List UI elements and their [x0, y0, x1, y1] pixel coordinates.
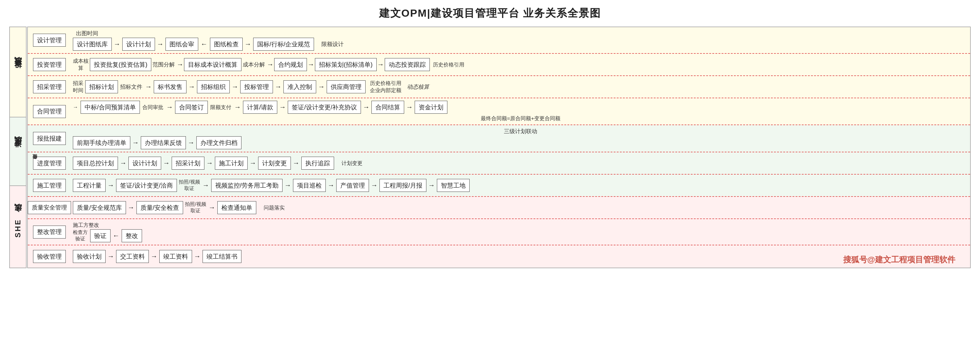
box-guobiao: 国标/行标/企业规范 — [253, 38, 314, 51]
arr-sg4: → — [328, 181, 334, 189]
arr-z2: → — [188, 83, 195, 91]
box-sheji: 设计管理 — [33, 34, 66, 47]
note-dongtaihesuan: 动态核算 — [407, 83, 429, 91]
box-jungongziliao: 竣工资料 — [159, 250, 192, 263]
box-zhilianggufanku: 质量/安全规范库 — [73, 201, 126, 214]
flow-zhaocai-items: 招采 时间 招标计划 招标文件 → 标书发售 → 招标组织 → 投标管理 → — [73, 80, 968, 94]
arr-ys3: → — [194, 252, 201, 260]
note-zhaobiaowenjian: 招标文件 — [120, 83, 142, 91]
box-jisuanqingkuan: 计算/请款 — [243, 101, 278, 114]
flow-zhengai: 施工方整改 检查方 验证 验证 ← 整改 — [71, 221, 970, 243]
arr-zl1: → — [128, 204, 135, 212]
note-jihuabiangeng2: 计划变更 — [342, 160, 363, 167]
note-hts1: 合同审批 — [142, 104, 163, 111]
page-title: 建文OPM|建设项目管理平台 业务关系全景图 — [9, 6, 971, 21]
row-shigong: 施工管理 工程计量 → 签证/设计变更/洽商 拍照/视频 取证 → — [28, 175, 970, 197]
box-shigong: 施工管理 — [33, 179, 66, 192]
arr2: → — [157, 40, 164, 48]
box-xiangmuxunjian: 项目巡检 — [293, 179, 326, 192]
row-jindo: 进度管理 任务检查 项目总控计划 → 设计计划 → 招采计划 → 施工计划 → … — [28, 152, 970, 175]
arr-sg5: → — [371, 181, 378, 189]
box-zhaobiaojihau: 招标计划 — [85, 80, 118, 93]
note-wentiloshi: 问题落实 — [264, 204, 285, 211]
note-lishi: 历史价格引用 — [433, 61, 465, 68]
col-sheji-label: 设计管理 — [28, 32, 71, 48]
note-zcs1: 招采 — [73, 80, 83, 87]
row-zhengai: 整改管理 施工方整改 检查方 验证 验证 ← 整改 — [28, 219, 970, 245]
arr-z3: → — [232, 83, 239, 91]
arr-t2: → — [267, 61, 274, 69]
flow-sheji: 出图时间 设计图纸库 → 设计计划 → 图纸会审 ← 图纸检查 → 国标/行标/… — [71, 29, 970, 51]
box-jihuabiange: 计划变更 — [258, 156, 291, 170]
box-shejijijhua: 设计计划 — [122, 38, 155, 51]
col-touzi-label: 投资管理 — [28, 57, 71, 72]
flow-zhengai-items: 检查方 验证 验证 ← 整改 — [73, 229, 968, 242]
flow-baopi-items: 前期手续办理清单 → 办理结果反馈 → 办理文件归档 — [73, 136, 968, 149]
arr-t4: → — [377, 61, 384, 69]
note-hetongshenpei: 合同审批 — [142, 104, 163, 111]
box-hetongresult: 合同结算 — [371, 101, 404, 114]
box-toubiaoglm: 投标管理 — [240, 80, 273, 93]
arr-t1: → — [177, 61, 183, 69]
flow-sheji-items: 设计图纸库 → 设计计划 → 图纸会审 ← 图纸检查 → 国标/行标/企业规范 … — [73, 38, 968, 51]
note-chengbenfenjie: 成本分解 — [243, 61, 265, 68]
arr-sg6: → — [428, 181, 435, 189]
label-jindo: 进度主线 — [10, 117, 26, 185]
box-zhaobiaocehuo: 招标策划(招标清单) — [315, 58, 376, 71]
sidebar-touzi: 投资主线 — [10, 27, 26, 117]
note-pz4: 取证 — [191, 208, 200, 214]
note-zcs2: 时间 — [73, 87, 83, 94]
arr-j1: → — [120, 159, 127, 167]
box-dongtai: 动态投资跟踪 — [385, 58, 430, 71]
arr3: ← — [201, 40, 207, 48]
arr-zg1: ← — [113, 232, 119, 240]
arr-ys1: → — [107, 252, 114, 260]
arr-sg3: → — [284, 181, 291, 189]
box-zhiliang: 质量安全管理 — [28, 201, 71, 214]
note-fenwenjie: 范围分解 — [153, 61, 175, 68]
flow-jindo: 项目总控计划 → 设计计划 → 招采计划 → 施工计划 → 计划变更 → 执行追… — [71, 156, 970, 170]
note-xianezhifu: 限额支付 — [210, 104, 231, 111]
page: 建文OPM|建设项目管理平台 业务关系全景图 投资主线 进度主线 SHE主线 — [0, 0, 980, 364]
note-chengben: 成本核 算 — [73, 57, 89, 72]
box-yanzheng: 验证 — [90, 229, 111, 242]
box-gongchengjiliang: 工程计量 — [73, 179, 106, 192]
row-zhaocai: 招采管理 招采 时间 招标计划 招标文件 → 标书发售 — [28, 76, 970, 98]
note-shigongfang: 施工方整改 — [73, 222, 968, 229]
box-yanshou: 验收管理 — [33, 250, 66, 263]
note-chengben-text2: 算 — [78, 65, 83, 72]
flow-shigong: 工程计量 → 签证/设计变更/洽商 拍照/视频 取证 → 视频监控/劳务用工考勤… — [71, 178, 970, 193]
box-mubiaochengben: 目标成本设计概算 — [184, 58, 242, 71]
note-sheji-top: 出图时间 — [76, 30, 968, 37]
row-sheji: 设计管理 出图时间 设计图纸库 → 设计计划 → 图纸会审 ← — [28, 27, 970, 54]
arr-j5: → — [293, 159, 299, 167]
box-jindo: 进度管理 — [33, 156, 66, 170]
flow-zhiliang: 质量/安全规范库 → 质量/安全检查 拍照/视频 取证 → 检查通知单 问题落实 — [71, 201, 970, 215]
note-paizhao: 拍照/视频 取证 — [179, 179, 200, 192]
label-she: SHE主线 — [10, 186, 26, 268]
box-shigongjihua: 施工计划 — [215, 156, 248, 170]
box-gongyingshang: 供应商管理 — [327, 80, 366, 93]
row-touzi: 投资管理 成本核 算 投资批复(投资估算) 范围分解 → 目标成本设计概算 成本… — [28, 54, 970, 76]
box-heyueguihua: 合约规划 — [274, 58, 307, 71]
row-baopi: 报批报建 三级计划联动 前期手续办理清单 → 办理结果反馈 → 办理文件归档 — [28, 125, 970, 152]
box-jiaogonziliao: 交工资料 — [116, 250, 149, 263]
col-zhiliang-label: 质量安全管理 — [28, 200, 71, 216]
box-tuzhijiancha: 图纸检查 — [210, 38, 243, 51]
box-banlifankui: 办理结果反馈 — [141, 136, 186, 149]
note-hetong-bottom: 最终合同额=原合同额+变更合同额 — [73, 115, 968, 122]
box-zhaobiaozuzhi: 招标组织 — [197, 80, 230, 93]
box-qianzheng: 签证/设计变更/补充协议 — [288, 101, 361, 114]
note-pz2: 取证 — [185, 185, 194, 192]
note-jcfy1: 检查方 — [73, 229, 88, 236]
box-xiangmuzongji: 项目总控计划 — [73, 156, 118, 170]
notes-zhaocai-right: 历史价格引用 企业内部定额 — [370, 80, 401, 94]
col-shigong-label: 施工管理 — [28, 178, 71, 193]
note-chengben-text: 成本核 — [73, 57, 89, 65]
diagram: 投资主线 进度主线 SHE主线 设计管理 — [9, 27, 971, 268]
box-hetongsignin: 合同签订 — [175, 101, 208, 114]
note-zhongbiao-arr: → — [73, 104, 78, 110]
content-area: 设计管理 出图时间 设计图纸库 → 设计计划 → 图纸会审 ← — [27, 27, 971, 268]
col-zhengai-label: 整改管理 — [28, 224, 71, 240]
row-hetong: 合同管理 → 中标/合同预算清单 合同审批 → 合同签订 限额支 — [28, 98, 970, 125]
